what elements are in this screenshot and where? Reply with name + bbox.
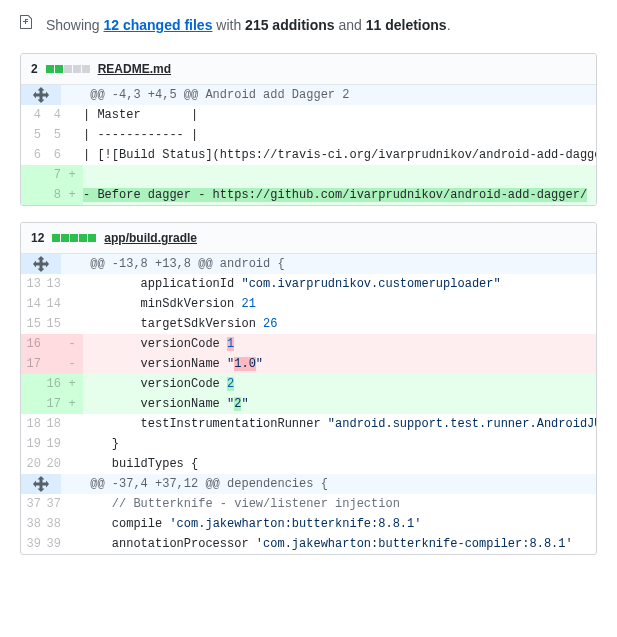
code-line: 1414 minSdkVersion 21 [21, 294, 596, 314]
diffstat-blocks [52, 234, 96, 242]
summary-mid: with [212, 17, 245, 33]
summary-prefix: Showing [46, 17, 104, 33]
line-number-old[interactable] [21, 185, 41, 205]
line-number-old[interactable]: 4 [21, 105, 41, 125]
code-content: } [83, 434, 596, 454]
line-number-old[interactable] [21, 374, 41, 394]
line-number-new[interactable]: 39 [41, 534, 61, 554]
line-number-old[interactable]: 16 [21, 334, 41, 354]
line-marker: - [61, 354, 83, 374]
diff-table: @@ -13,8 +13,8 @@ android {1313 applicat… [21, 254, 596, 554]
code-content: versionName "1.0" [83, 354, 596, 374]
diff-summary: Showing 12 changed files with 215 additi… [0, 0, 617, 53]
line-number-new[interactable] [41, 354, 61, 374]
diffstat-blocks [46, 65, 90, 73]
file-header: 12app/build.gradle [21, 223, 596, 254]
line-number-new[interactable]: 19 [41, 434, 61, 454]
line-number-new[interactable]: 6 [41, 145, 61, 165]
line-number-new[interactable]: 14 [41, 294, 61, 314]
hunk-header-text: @@ -4,3 +4,5 @@ Android add Dagger 2 [83, 85, 596, 105]
code-line: 17- versionName "1.0" [21, 354, 596, 374]
line-number-new[interactable]: 4 [41, 105, 61, 125]
file-header: 2README.md [21, 54, 596, 85]
code-content: testInstrumentationRunner "android.suppo… [83, 414, 596, 434]
line-number-old[interactable]: 18 [21, 414, 41, 434]
diff-icon [20, 14, 34, 33]
line-number-old[interactable]: 5 [21, 125, 41, 145]
code-line: 3737 // Butterknife - view/listener inje… [21, 494, 596, 514]
line-number-new[interactable]: 15 [41, 314, 61, 334]
code-content: - Before dagger - https://github.com/iva… [83, 185, 596, 205]
line-marker [61, 434, 83, 454]
code-content: versionCode 2 [83, 374, 596, 394]
file-name-link[interactable]: app/build.gradle [104, 231, 197, 245]
line-number-old[interactable] [21, 165, 41, 185]
code-line: 2020 buildTypes { [21, 454, 596, 474]
code-content: // Butterknife - view/listener injection [83, 494, 596, 514]
file-stat-count: 2 [31, 62, 38, 76]
expand-hunk-button[interactable] [21, 254, 61, 274]
code-line: 1919 } [21, 434, 596, 454]
line-marker [61, 414, 83, 434]
code-line: 1818 testInstrumentationRunner "android.… [21, 414, 596, 434]
line-number-old[interactable]: 38 [21, 514, 41, 534]
line-number-new[interactable]: 20 [41, 454, 61, 474]
expand-hunk-button[interactable] [21, 85, 61, 105]
line-number-old[interactable]: 37 [21, 494, 41, 514]
hunk-header-row: @@ -4,3 +4,5 @@ Android add Dagger 2 [21, 85, 596, 105]
line-number-old[interactable]: 6 [21, 145, 41, 165]
line-marker: + [61, 165, 83, 185]
line-number-new[interactable]: 17 [41, 394, 61, 414]
code-line: 8+- Before dagger - https://github.com/i… [21, 185, 596, 205]
code-content: minSdkVersion 21 [83, 294, 596, 314]
code-content: versionCode 1 [83, 334, 596, 354]
line-number-old[interactable]: 17 [21, 354, 41, 374]
line-number-new[interactable]: 16 [41, 374, 61, 394]
line-number-new[interactable]: 8 [41, 185, 61, 205]
line-number-old[interactable]: 14 [21, 294, 41, 314]
line-number-new[interactable]: 18 [41, 414, 61, 434]
line-marker: + [61, 374, 83, 394]
code-line: 1313 applicationId "com.ivarprudnikov.cu… [21, 274, 596, 294]
line-marker [61, 454, 83, 474]
code-line: 16+ versionCode 2 [21, 374, 596, 394]
line-number-new[interactable]: 13 [41, 274, 61, 294]
line-number-old[interactable]: 15 [21, 314, 41, 334]
code-content: targetSdkVersion 26 [83, 314, 596, 334]
code-content: buildTypes { [83, 454, 596, 474]
file-block: 2README.md @@ -4,3 +4,5 @@ Android add D… [20, 53, 597, 206]
line-number-old[interactable]: 39 [21, 534, 41, 554]
code-content: | [![Build Status](https://travis-ci.org… [83, 145, 596, 165]
summary-and: and [335, 17, 366, 33]
line-number-new[interactable]: 5 [41, 125, 61, 145]
file-block: 12app/build.gradle @@ -13,8 +13,8 @@ and… [20, 222, 597, 555]
code-line: 17+ versionName "2" [21, 394, 596, 414]
file-stat-count: 12 [31, 231, 44, 245]
summary-end: . [447, 17, 451, 33]
line-number-new[interactable]: 38 [41, 514, 61, 534]
line-number-old[interactable] [21, 394, 41, 414]
line-marker [61, 105, 83, 125]
file-name-link[interactable]: README.md [98, 62, 171, 76]
code-line: 16- versionCode 1 [21, 334, 596, 354]
line-marker: + [61, 185, 83, 205]
changed-files-link[interactable]: 12 changed files [103, 17, 212, 33]
hunk-header-text: @@ -13,8 +13,8 @@ android { [83, 254, 596, 274]
line-number-new[interactable]: 7 [41, 165, 61, 185]
expand-hunk-button[interactable] [21, 474, 61, 494]
additions-count: 215 additions [245, 17, 334, 33]
line-number-old[interactable]: 20 [21, 454, 41, 474]
line-number-new[interactable]: 37 [41, 494, 61, 514]
code-content: versionName "2" [83, 394, 596, 414]
line-number-old[interactable]: 13 [21, 274, 41, 294]
line-marker [61, 514, 83, 534]
diff-table: @@ -4,3 +4,5 @@ Android add Dagger 244 |… [21, 85, 596, 205]
line-marker [61, 314, 83, 334]
line-number-old[interactable]: 19 [21, 434, 41, 454]
code-content [83, 165, 596, 185]
hunk-header-text: @@ -37,4 +37,12 @@ dependencies { [83, 474, 596, 494]
line-marker [61, 274, 83, 294]
line-number-new[interactable] [41, 334, 61, 354]
code-line: 3838 compile 'com.jakewharton:butterknif… [21, 514, 596, 534]
line-marker: + [61, 394, 83, 414]
